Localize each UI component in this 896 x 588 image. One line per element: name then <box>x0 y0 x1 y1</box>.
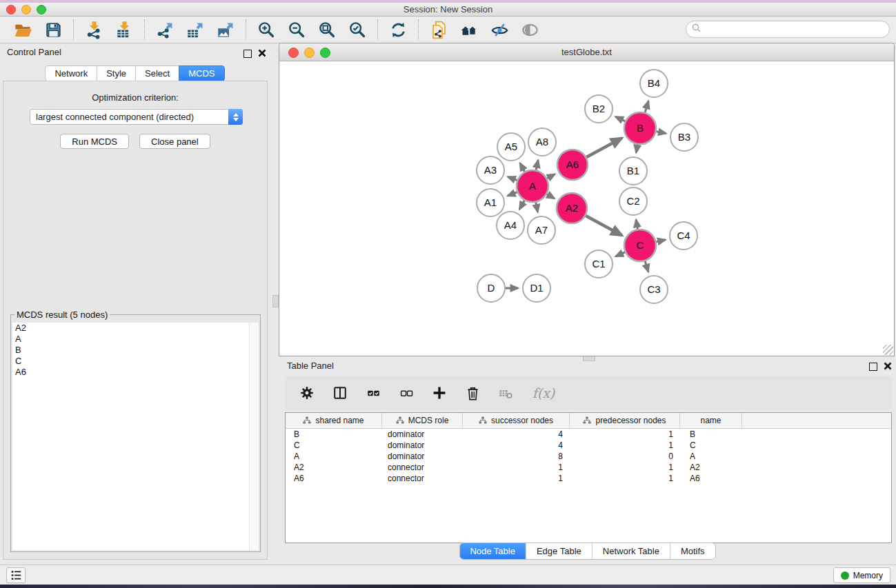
tab-edge-table[interactable]: Edge Table <box>526 543 592 559</box>
graph-edge-B-B2[interactable] <box>616 116 626 121</box>
table-cell[interactable]: B <box>286 429 382 440</box>
table-cell[interactable]: 1 <box>463 473 570 484</box>
table-row[interactable]: Adominator80A <box>286 451 891 462</box>
close-table-panel-icon[interactable] <box>884 361 892 373</box>
result-item[interactable]: A <box>12 334 259 345</box>
zoom-network-window-icon[interactable] <box>320 48 330 58</box>
table-cell[interactable]: A <box>680 451 742 462</box>
show-panels-button[interactable] <box>6 567 26 583</box>
zoom-window-icon[interactable] <box>37 5 46 14</box>
table-header-row[interactable]: shared nameMCDS rolesuccessor nodesprede… <box>286 413 891 429</box>
tab-motifs[interactable]: Motifs <box>670 543 715 559</box>
import-table-button[interactable] <box>112 19 137 41</box>
zoom-fit-button[interactable] <box>315 19 339 41</box>
split-columns-button[interactable] <box>330 383 350 403</box>
tab-mcds[interactable]: MCDS <box>179 65 224 81</box>
run-mcds-button[interactable]: Run MCDS <box>60 134 129 149</box>
table-cell[interactable]: 1 <box>570 440 680 451</box>
close-window-icon[interactable] <box>6 5 16 14</box>
table-row[interactable]: A2connector11A2 <box>286 462 891 473</box>
result-item[interactable]: B <box>12 345 259 356</box>
table-cell[interactable]: 1 <box>570 473 680 484</box>
table-cell[interactable]: C <box>680 440 742 451</box>
table-cell[interactable]: 4 <box>463 440 570 451</box>
graph-edge-C-C4[interactable] <box>656 240 665 242</box>
graph-edge-B-B1[interactable] <box>636 145 637 153</box>
table-cell[interactable]: A <box>286 451 382 462</box>
column-header-name[interactable]: name <box>680 413 742 428</box>
export-image-button[interactable] <box>213 19 238 41</box>
graph-edge-B-B4[interactable] <box>645 101 648 112</box>
table-cell[interactable]: dominator <box>382 429 463 440</box>
table-cell[interactable]: 1 <box>463 462 570 473</box>
zoom-out-button[interactable] <box>284 19 309 41</box>
table-cell[interactable]: B <box>680 429 742 440</box>
column-header-MCDS-role[interactable]: MCDS role <box>382 413 463 428</box>
tab-style[interactable]: Style <box>97 65 136 81</box>
node-table[interactable]: shared nameMCDS rolesuccessor nodesprede… <box>285 412 892 543</box>
delete-column-button[interactable] <box>463 383 482 403</box>
minimize-network-window-icon[interactable] <box>304 48 315 58</box>
graph-edge-A-A3[interactable] <box>508 177 517 181</box>
table-cell[interactable]: dominator <box>382 451 463 462</box>
table-cell[interactable]: connector <box>382 462 463 473</box>
export-table-button[interactable] <box>183 19 208 41</box>
table-cell[interactable]: 4 <box>463 429 570 440</box>
new-network-from-selection-button[interactable] <box>426 19 451 41</box>
table-row[interactable]: Bdominator41B <box>286 429 891 440</box>
save-session-button[interactable] <box>41 19 66 41</box>
hide-selected-button[interactable] <box>487 19 512 41</box>
graph-edge-A-A7[interactable] <box>536 203 538 212</box>
graph-edge-A-A2[interactable] <box>547 194 555 199</box>
zoom-in-button[interactable] <box>254 19 279 41</box>
graph-edge-C-C1[interactable] <box>616 252 626 256</box>
settings-button[interactable] <box>297 383 317 403</box>
result-scrollbar[interactable] <box>249 323 259 550</box>
table-cell[interactable]: C <box>286 440 382 451</box>
show-all-button[interactable] <box>517 19 542 41</box>
network-canvas[interactable]: B4B2BB3B1A5A8A6A3AA1A2A4A7C2C4CC1C3DD1 <box>279 61 894 356</box>
resize-grip-icon[interactable] <box>883 345 893 355</box>
minimize-window-icon[interactable] <box>21 5 31 14</box>
import-network-button[interactable] <box>81 19 106 41</box>
tab-network[interactable]: Network <box>45 65 97 81</box>
zoom-selected-button[interactable] <box>345 19 370 41</box>
table-row[interactable]: Cdominator41C <box>286 440 891 451</box>
graph-edge-A-A5[interactable] <box>520 163 525 172</box>
memory-button[interactable]: Memory <box>833 567 890 583</box>
graph-edge-C-C3[interactable] <box>645 261 648 272</box>
deselect-all-checkboxes-button[interactable] <box>397 383 416 403</box>
graph-edge-A-A1[interactable] <box>508 192 517 196</box>
table-cell[interactable]: A6 <box>286 473 382 484</box>
graph-edge-A2-C[interactable] <box>586 216 622 236</box>
select-all-checkboxes-button[interactable] <box>364 383 383 403</box>
table-cell[interactable]: 1 <box>570 429 680 440</box>
open-session-button[interactable] <box>10 19 35 41</box>
table-row[interactable]: A6connector11A6 <box>286 473 891 484</box>
search-box[interactable] <box>686 21 890 38</box>
float-panel-icon[interactable] <box>243 50 252 58</box>
float-table-panel-icon[interactable] <box>869 363 877 371</box>
table-cell[interactable]: dominator <box>382 440 463 451</box>
table-cell[interactable]: A2 <box>286 462 382 473</box>
close-panel-button[interactable]: Close panel <box>139 134 210 149</box>
close-network-window-icon[interactable] <box>288 48 299 58</box>
refresh-layout-button[interactable] <box>386 19 410 41</box>
network-window-titlebar[interactable]: testGlobe.txt <box>279 43 894 61</box>
table-cell[interactable]: 8 <box>463 451 570 462</box>
table-cell[interactable]: 1 <box>570 462 680 473</box>
tab-select[interactable]: Select <box>135 65 179 81</box>
search-input[interactable] <box>703 22 889 37</box>
result-item[interactable]: A2 <box>12 323 259 334</box>
result-item[interactable]: A6 <box>12 367 259 378</box>
tab-network-table[interactable]: Network Table <box>592 543 670 559</box>
column-header-predecessor-nodes[interactable]: predecessor nodes <box>570 413 680 428</box>
criterion-dropdown[interactable]: largest connected component (directed) <box>30 109 243 125</box>
graph-edge-B-B3[interactable] <box>657 132 666 134</box>
graph-edge-A-A4[interactable] <box>519 201 524 210</box>
table-cell[interactable]: connector <box>382 473 463 484</box>
first-neighbors-button[interactable] <box>457 19 481 41</box>
result-item[interactable]: C <box>12 356 259 367</box>
export-network-button[interactable] <box>152 19 177 41</box>
column-header-shared-name[interactable]: shared name <box>286 413 382 428</box>
